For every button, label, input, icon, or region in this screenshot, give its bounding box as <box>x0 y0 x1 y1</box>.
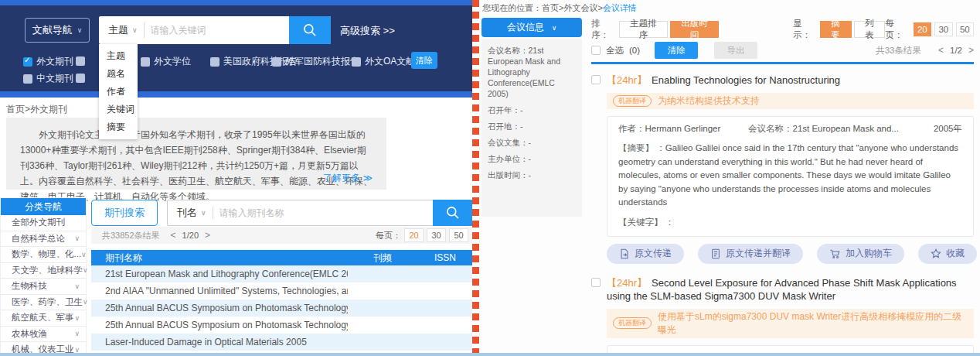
select-all-checkbox[interactable] <box>591 46 601 55</box>
24hr-badge: 【24hr】 <box>607 74 647 86</box>
journal-field-dropdown[interactable]: 刊名 ∨ <box>168 200 213 225</box>
filter-label: 中文期刊 <box>36 72 73 85</box>
journal-table: 期刊名称 刊频 ISSN 21st European Mask and Lith… <box>91 250 473 356</box>
chevron-down-icon: ∨ <box>74 330 80 337</box>
sidebar-item-all-journals[interactable]: 全部外文期刊 <box>1 215 86 231</box>
machine-translation-band: 机器翻译 使用基于sLm的sigma7300 DUV mask Writer进行… <box>607 309 974 338</box>
journal-nav-page: 文献导航 ∨ 主题 ∨ 高级搜索 >> 外文期刊 <box>0 0 473 356</box>
dropdown-option-keyword[interactable]: 关键词 <box>99 101 138 118</box>
result-keywords: 【关键字】 ： <box>618 217 962 228</box>
journal-pagination-bar: 共33852条结果 < 1/20 > 每页： 20 30 50 <box>91 227 473 244</box>
result-title[interactable]: 【24hr】Enabling Technologies for Nanostru… <box>607 74 974 87</box>
journal-list-main: 期刊搜索 刊名 ∨ 共33852条结果 < 1/20 <box>91 197 473 356</box>
search-field-dropdown[interactable]: 主题 ∨ <box>99 16 144 44</box>
result-checkbox[interactable] <box>591 278 601 287</box>
filter-label: 外军国防科技报告 <box>285 55 359 68</box>
filter-foreign-journal[interactable]: 外文期刊 <box>23 55 73 68</box>
fulltext-delivery-translate-button[interactable]: 原文传递并翻译 <box>698 244 803 264</box>
results-toolbar: 排序： 主题排序 出版时间 显示： 摘要 列表 每页： 20 30 50 <box>591 21 974 38</box>
chevron-down-icon: ∨ <box>81 251 87 258</box>
column-frequency: 刊频 <box>348 252 417 265</box>
per-page-30[interactable]: 30 <box>427 228 446 242</box>
learn-more-link[interactable]: 了解更多 ≫ <box>323 172 373 185</box>
machine-translation-text: 为纳米结构提供技术支持 <box>658 94 760 108</box>
search-button[interactable] <box>289 16 331 44</box>
category-sidebar: 分类导航 全部外文期刊 自然科学总论∨ 数学、物理、化...∨ 天文学、地球科学… <box>0 197 87 356</box>
result-actions: 原文传递 原文传递并翻译 加入购物车 收藏 分享 <box>591 244 974 264</box>
sidebar-item-biotech[interactable]: 生物科技∨ <box>1 279 86 295</box>
result-count: 共33852条结果 <box>102 230 160 241</box>
breadcrumb: 您现在的位置：首页>外文会议>会议详情 <box>482 2 637 14</box>
category-sidebar-header: 分类导航 <box>1 198 86 215</box>
add-to-cart-button[interactable]: 加入购物车 <box>817 244 904 264</box>
prev-page-icon[interactable]: < <box>171 230 176 241</box>
search-icon <box>445 205 461 221</box>
conference-info-header[interactable]: 会议信息 ∨ <box>481 18 582 37</box>
bottom-strip <box>0 353 980 356</box>
search-header: 文献导航 ∨ 主题 ∨ 高级搜索 >> 外文期刊 <box>0 5 473 91</box>
display-list-button[interactable]: 列表 <box>854 21 886 38</box>
dropdown-option-author[interactable]: 作者 <box>99 83 138 101</box>
table-row[interactable]: Laser-Induced Damage in Optical Material… <box>91 334 473 351</box>
sort-by-subject-button[interactable]: 主题排序 <box>619 21 668 38</box>
per-page-20[interactable]: 20 <box>404 228 424 242</box>
sidebar-item-aerospace-military[interactable]: 航空航天、军事∨ <box>1 310 86 327</box>
breadcrumb-current-link[interactable]: 会议详情 <box>603 3 637 12</box>
cart-icon <box>829 248 841 259</box>
favorite-button[interactable]: 收藏 <box>918 244 977 264</box>
filter-foreign-oa[interactable]: 外文OA文献 <box>352 55 415 68</box>
filter-military-report[interactable]: 外军国防科技报告 <box>272 55 359 68</box>
clear-button[interactable]: 清除 <box>655 42 698 59</box>
sidebar-item-agriculture[interactable]: 农林牧渔∨ <box>1 327 86 343</box>
table-row[interactable]: 25th Annual BACUS Symposium on Photomask… <box>91 317 473 334</box>
literature-nav-dropdown[interactable]: 文献导航 ∨ <box>25 18 90 43</box>
literature-nav-label: 文献导航 <box>32 23 73 37</box>
clear-button[interactable]: 清除 <box>411 52 437 69</box>
result-detail-box: 作者：Hermann Gerlinger 会议名称：21st European … <box>607 116 974 237</box>
chevron-down-icon: ∨ <box>83 266 88 274</box>
fulltext-delivery-button[interactable]: 原文传递 <box>607 244 684 264</box>
sidebar-item-astronomy-geoscience[interactable]: 天文学、地球科学∨ <box>1 263 86 279</box>
filter-label: 外文OA文献 <box>365 55 415 68</box>
result-conference[interactable]: 21st European Mask and... <box>793 124 899 133</box>
filter-foreign-degree[interactable]: 外文学位 <box>141 55 191 68</box>
journal-search-button[interactable] <box>433 200 473 226</box>
field-location: 召开地：- <box>488 121 576 132</box>
journal-table-header: 期刊名称 刊频 ISSN <box>91 250 473 265</box>
per-page-20[interactable]: 20 <box>914 22 931 36</box>
24hr-badge: 【24hr】 <box>607 277 647 289</box>
table-row[interactable]: 21st European Mask and Lithography Confe… <box>91 265 473 282</box>
dropdown-option-abstract[interactable]: 摘要 <box>99 118 138 136</box>
export-button-disabled[interactable]: 导出 <box>714 42 757 59</box>
result-count: 共33条结果 <box>876 45 921 56</box>
next-page-icon[interactable]: > <box>205 230 210 241</box>
keyword-input[interactable] <box>145 16 289 44</box>
journal-search-tab[interactable]: 期刊搜索 <box>91 200 158 226</box>
advanced-search-link[interactable]: 高级搜索 >> <box>340 24 395 38</box>
filter-chinese-journal[interactable]: 中文期刊 <box>23 72 73 85</box>
result-checkbox[interactable] <box>591 75 601 84</box>
prev-page-icon[interactable]: < <box>938 45 944 56</box>
per-page-30[interactable]: 30 <box>934 22 952 36</box>
display-abstract-button[interactable]: 摘要 <box>820 21 852 38</box>
search-icon <box>302 22 318 38</box>
keyword-search-bar: 主题 ∨ <box>99 16 331 44</box>
sidebar-item-medicine[interactable]: 医学、药学、卫生∨ <box>1 295 86 311</box>
sort-by-date-button[interactable]: 出版时间 <box>670 21 719 38</box>
per-page-50[interactable]: 50 <box>449 228 468 242</box>
table-row[interactable]: 2nd AIAA "Unmanned Unlimited" Systems, T… <box>91 282 473 300</box>
table-row[interactable]: 25th Annual BACUS Symposium on Photomask… <box>91 300 473 317</box>
sidebar-item-natural-science[interactable]: 自然科学总论∨ <box>1 231 86 248</box>
dropdown-option-subject[interactable]: 主题 <box>99 47 138 65</box>
journal-name-input[interactable] <box>213 200 434 225</box>
result-title[interactable]: 【24hr】Second Level Exposure for Advanced… <box>607 276 974 303</box>
select-all-label: 全选 <box>606 45 624 56</box>
next-page-icon[interactable]: > <box>968 45 974 56</box>
sidebar-item-math-physics[interactable]: 数学、物理、化...∨ <box>1 247 86 263</box>
document-icon <box>710 248 721 259</box>
per-page-50[interactable]: 50 <box>956 22 974 36</box>
dropdown-option-title[interactable]: 题名 <box>99 65 138 83</box>
checkbox-icon[interactable] <box>76 56 85 66</box>
checkbox-icon[interactable] <box>76 74 85 83</box>
chevron-down-icon: ∨ <box>77 26 83 34</box>
